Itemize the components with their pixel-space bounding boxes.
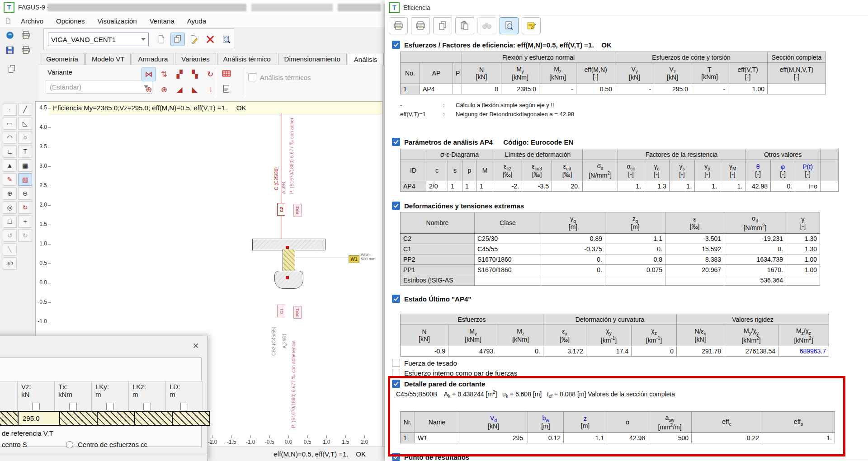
point-tool-icon[interactable]: · bbox=[3, 103, 17, 116]
table-row[interactable]: AP42/0111-2.-3.520.1.1.31.1.1.42.980.t=o bbox=[401, 181, 839, 192]
app-button[interactable] bbox=[3, 28, 17, 42]
fuerza-tesado-checkbox[interactable]: Fuerza de tesado bbox=[392, 359, 457, 367]
fill-tool-icon[interactable]: ▨ bbox=[18, 173, 32, 186]
column-check-icon[interactable]: ⊥ bbox=[203, 82, 217, 97]
tab-geometría[interactable]: Geometría bbox=[40, 53, 85, 65]
use-checkbox[interactable] bbox=[143, 403, 151, 410]
find-section-button[interactable] bbox=[219, 33, 234, 46]
rename-section-button[interactable] bbox=[187, 33, 201, 46]
shear-profile-icon[interactable]: ▞ bbox=[172, 67, 187, 81]
mx-diagram-icon[interactable]: ◢ bbox=[172, 82, 187, 97]
report-button[interactable] bbox=[219, 82, 234, 96]
tab-variantes[interactable]: Variantes bbox=[175, 53, 216, 65]
use-checkbox[interactable] bbox=[106, 403, 114, 410]
vz-value-field[interactable]: 295.0 bbox=[19, 412, 60, 425]
tab-armadura[interactable]: Armadura bbox=[132, 53, 174, 65]
use-checkbox[interactable] bbox=[69, 403, 77, 410]
circle-tool-icon[interactable]: ○ bbox=[18, 131, 32, 144]
close-icon[interactable]: ✕ bbox=[190, 341, 201, 351]
stirrup-table-button[interactable] bbox=[219, 67, 234, 80]
corner-tool-icon[interactable]: ∟ bbox=[3, 145, 17, 158]
radio-centro-esfuerzos[interactable] bbox=[66, 441, 73, 448]
print-preview-button[interactable] bbox=[19, 43, 33, 57]
rect-tool-icon[interactable]: ▭ bbox=[3, 117, 17, 130]
esfuerzo-par-checkbox[interactable]: Esfuerzo interno como par de fuerzas bbox=[392, 369, 517, 377]
select-tool-icon[interactable]: ▲ bbox=[3, 159, 17, 172]
3d-toggle-icon[interactable]: 3D bbox=[3, 257, 17, 270]
radio-centro-s-label[interactable]: centro S bbox=[2, 441, 27, 448]
interaction-nm-icon[interactable]: ⊕ bbox=[142, 82, 156, 97]
redo-button[interactable]: ↻ bbox=[18, 229, 32, 242]
table-row[interactable]: -0.94793.0.3.17217.40291.78276138.546899… bbox=[401, 346, 829, 357]
torsion-icon[interactable]: ↻ bbox=[203, 67, 217, 81]
tab-modelo-vt[interactable]: Modelo VT bbox=[85, 53, 131, 65]
edit-note-button[interactable] bbox=[522, 17, 541, 34]
variante-select[interactable]: (Estándar) bbox=[46, 80, 152, 94]
text-tool-icon[interactable]: T bbox=[18, 145, 32, 158]
refresh-tool-icon[interactable]: ↻ bbox=[18, 201, 32, 214]
table-row[interactable]: PP2S1670/18600.0.88.3831634.7391.00 bbox=[401, 254, 820, 265]
print-button[interactable] bbox=[389, 17, 408, 34]
menu-item-ventana[interactable]: Ventana bbox=[143, 15, 181, 27]
tab-dimensionamiento[interactable]: Dimensionamiento bbox=[278, 53, 347, 65]
tab-análisis[interactable]: Análisis bbox=[348, 53, 384, 66]
checkbox-checked[interactable] bbox=[392, 138, 400, 146]
section-select[interactable]: VIGA_VANO_CENT1 bbox=[48, 33, 149, 46]
strain-profile-icon[interactable]: ▚ bbox=[188, 67, 202, 81]
table-cell: 1.1 bbox=[605, 234, 665, 244]
menu-item-opciones[interactable]: Opciones bbox=[50, 15, 91, 27]
reference-point-options: centro S Centro de esfuerzos cc bbox=[2, 441, 147, 448]
copy-section-button[interactable] bbox=[5, 62, 19, 76]
line-tool-icon[interactable]: ╱ bbox=[18, 103, 32, 116]
polygon-tool-icon[interactable]: ◺ bbox=[18, 117, 32, 130]
menu-item-archivo[interactable]: Archivo bbox=[14, 15, 50, 27]
export-button[interactable] bbox=[455, 17, 474, 34]
table-row[interactable]: C2C25/300.891.1-3.501-19.2311.30 bbox=[401, 234, 820, 244]
measure-tool-icon[interactable]: ╲ bbox=[3, 243, 17, 256]
undo-button[interactable]: ↺ bbox=[3, 229, 17, 242]
pp1-marker[interactable]: PP1 bbox=[293, 306, 302, 319]
zoom-fit-tool-icon[interactable]: □ bbox=[3, 215, 17, 228]
tab-análisis-térmico[interactable]: Análisis térmico bbox=[217, 53, 277, 65]
checkbox-checked[interactable] bbox=[392, 295, 400, 303]
zoom-in-tool-icon[interactable]: ⊕ bbox=[3, 187, 17, 200]
checkbox-checked[interactable] bbox=[392, 380, 400, 388]
save-button[interactable] bbox=[3, 43, 17, 57]
print-button[interactable] bbox=[19, 28, 33, 42]
delete-section-button[interactable] bbox=[203, 33, 217, 46]
stress-profile-icon[interactable]: ⇅ bbox=[157, 67, 171, 81]
use-checkbox[interactable] bbox=[180, 403, 188, 410]
table-cell: 1. bbox=[762, 433, 835, 443]
preview-button[interactable] bbox=[500, 17, 519, 34]
pan-tool-icon[interactable]: + bbox=[18, 215, 32, 228]
arc-tool-icon[interactable]: ◠ bbox=[3, 131, 17, 144]
checkbox-checked[interactable] bbox=[392, 202, 400, 210]
table-row[interactable]: 1W1295.0.121.142.985000.221. bbox=[401, 433, 835, 443]
pencil-tool-icon[interactable]: ✎ bbox=[3, 173, 17, 186]
menu-item-ayuda[interactable]: Ayuda bbox=[181, 15, 212, 27]
table-row[interactable]: Estribos (!SIG-AS536.364 bbox=[401, 275, 820, 286]
duplicate-section-button[interactable] bbox=[170, 33, 185, 46]
shear-wall-label[interactable]: W1 bbox=[349, 255, 359, 263]
internal-forces-dialog[interactable]: ✕ Vz:kNTx:kNmLKy:mLKz:mLD:m 295.0 de ref… bbox=[0, 336, 208, 461]
menu-item-visualización[interactable]: Visualización bbox=[91, 15, 143, 27]
pp2-marker[interactable]: PP2 bbox=[293, 204, 302, 216]
thermal-analysis-checkbox[interactable]: Análisis térmicos bbox=[248, 73, 311, 81]
table-row[interactable]: PP1S1670/18600.0.07520.9671670.1.00 bbox=[401, 265, 820, 275]
use-checkbox[interactable] bbox=[32, 403, 40, 410]
zoom-region-tool-icon[interactable]: ◎ bbox=[3, 201, 17, 214]
em-diagram-icon[interactable]: ◣ bbox=[188, 82, 202, 97]
zoom-out-tool-icon[interactable]: ⊖ bbox=[18, 187, 32, 200]
moment-curvature-icon[interactable]: ⋈ bbox=[142, 67, 156, 81]
c2-marker[interactable]: C2 bbox=[277, 203, 285, 216]
checkbox-checked[interactable] bbox=[392, 41, 400, 49]
table-row[interactable]: 1AP402385.0-0.50-295.0-1.00 bbox=[401, 84, 826, 94]
multi-select-tool-icon[interactable]: ▦ bbox=[18, 159, 32, 172]
interaction-mymz-icon[interactable]: ⊕ bbox=[157, 82, 171, 97]
c1-marker[interactable]: C1 bbox=[277, 305, 285, 317]
copy-button[interactable] bbox=[433, 17, 452, 34]
new-section-button[interactable] bbox=[154, 33, 169, 46]
print-setup-button[interactable] bbox=[411, 17, 430, 34]
table-row[interactable]: C1C45/55-0.3750.15.5920.1.30 bbox=[401, 244, 820, 254]
table-column-header: eff(M,N,V,T)[-] bbox=[768, 63, 826, 84]
